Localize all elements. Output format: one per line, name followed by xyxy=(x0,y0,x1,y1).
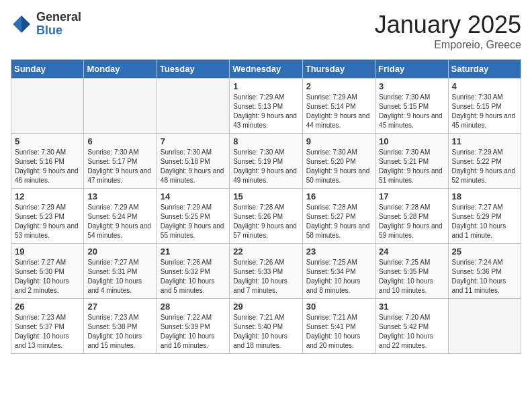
day-cell: 27 Sunrise: 7:23 AMSunset: 5:38 PMDaylig… xyxy=(84,299,157,354)
day-info: Sunrise: 7:27 AMSunset: 5:30 PMDaylight:… xyxy=(15,259,69,294)
day-info: Sunrise: 7:21 AMSunset: 5:40 PMDaylight:… xyxy=(233,314,287,349)
day-number: 4 xyxy=(452,81,517,91)
day-info: Sunrise: 7:29 AMSunset: 5:24 PMDaylight:… xyxy=(87,203,151,239)
day-cell: 29 Sunrise: 7:21 AMSunset: 5:40 PMDaylig… xyxy=(230,299,302,354)
day-number: 14 xyxy=(161,191,226,201)
day-number: 7 xyxy=(161,136,226,146)
day-info: Sunrise: 7:30 AMSunset: 5:16 PMDaylight:… xyxy=(15,148,79,184)
day-number: 16 xyxy=(306,191,371,201)
day-cell: 14 Sunrise: 7:29 AMSunset: 5:25 PMDaylig… xyxy=(157,189,229,244)
col-tuesday: Tuesday xyxy=(157,60,229,79)
day-number: 30 xyxy=(306,302,371,312)
day-info: Sunrise: 7:30 AMSunset: 5:18 PMDaylight:… xyxy=(161,148,224,184)
day-info: Sunrise: 7:29 AMSunset: 5:22 PMDaylight:… xyxy=(452,148,516,184)
day-cell: 3 Sunrise: 7:30 AMSunset: 5:15 PMDayligh… xyxy=(375,79,448,134)
day-number: 24 xyxy=(379,246,444,257)
logo-blue-text: Blue xyxy=(36,24,62,37)
day-number: 25 xyxy=(452,246,517,257)
week-row-5: 26 Sunrise: 7:23 AMSunset: 5:37 PMDaylig… xyxy=(11,299,521,354)
day-info: Sunrise: 7:30 AMSunset: 5:21 PMDaylight:… xyxy=(379,148,443,184)
day-cell xyxy=(11,79,84,134)
day-cell: 10 Sunrise: 7:30 AMSunset: 5:21 PMDaylig… xyxy=(375,134,448,189)
col-wednesday: Wednesday xyxy=(230,60,302,79)
calendar-subtitle: Emporeio, Greece xyxy=(375,39,521,51)
day-cell: 23 Sunrise: 7:25 AMSunset: 5:34 PMDaylig… xyxy=(302,244,375,299)
day-number: 21 xyxy=(161,246,226,257)
day-info: Sunrise: 7:25 AMSunset: 5:35 PMDaylight:… xyxy=(379,259,433,294)
col-friday: Friday xyxy=(375,60,448,79)
day-number: 31 xyxy=(379,302,444,312)
day-cell xyxy=(157,79,229,134)
day-number: 11 xyxy=(452,136,517,146)
day-cell: 20 Sunrise: 7:27 AMSunset: 5:31 PMDaylig… xyxy=(84,244,157,299)
day-cell xyxy=(448,299,521,354)
day-info: Sunrise: 7:27 AMSunset: 5:29 PMDaylight:… xyxy=(452,203,506,239)
day-info: Sunrise: 7:30 AMSunset: 5:15 PMDaylight:… xyxy=(379,93,443,129)
calendar-title: January 2025 xyxy=(375,11,521,39)
day-number: 20 xyxy=(87,246,152,257)
week-row-1: 1 Sunrise: 7:29 AMSunset: 5:13 PMDayligh… xyxy=(11,79,521,134)
col-monday: Monday xyxy=(84,60,157,79)
day-number: 19 xyxy=(15,246,80,257)
day-info: Sunrise: 7:22 AMSunset: 5:39 PMDaylight:… xyxy=(161,314,215,349)
col-saturday: Saturday xyxy=(448,60,521,79)
day-number: 17 xyxy=(379,191,444,201)
day-info: Sunrise: 7:27 AMSunset: 5:31 PMDaylight:… xyxy=(87,259,142,294)
day-info: Sunrise: 7:30 AMSunset: 5:20 PMDaylight:… xyxy=(306,148,370,184)
day-number: 3 xyxy=(379,81,444,91)
day-cell: 2 Sunrise: 7:29 AMSunset: 5:14 PMDayligh… xyxy=(302,79,375,134)
day-number: 22 xyxy=(233,246,298,257)
col-sunday: Sunday xyxy=(11,60,84,79)
day-number: 6 xyxy=(87,136,152,146)
day-number: 27 xyxy=(87,302,152,312)
day-info: Sunrise: 7:21 AMSunset: 5:41 PMDaylight:… xyxy=(306,314,361,349)
day-info: Sunrise: 7:28 AMSunset: 5:27 PMDaylight:… xyxy=(306,203,370,239)
day-cell: 13 Sunrise: 7:29 AMSunset: 5:24 PMDaylig… xyxy=(84,189,157,244)
week-row-4: 19 Sunrise: 7:27 AMSunset: 5:30 PMDaylig… xyxy=(11,244,521,299)
day-cell: 8 Sunrise: 7:30 AMSunset: 5:19 PMDayligh… xyxy=(230,134,302,189)
day-info: Sunrise: 7:29 AMSunset: 5:23 PMDaylight:… xyxy=(15,203,79,239)
day-info: Sunrise: 7:25 AMSunset: 5:34 PMDaylight:… xyxy=(306,259,361,294)
day-info: Sunrise: 7:26 AMSunset: 5:33 PMDaylight:… xyxy=(233,259,287,294)
week-row-2: 5 Sunrise: 7:30 AMSunset: 5:16 PMDayligh… xyxy=(11,134,521,189)
day-info: Sunrise: 7:26 AMSunset: 5:32 PMDaylight:… xyxy=(161,259,215,294)
day-cell: 5 Sunrise: 7:30 AMSunset: 5:16 PMDayligh… xyxy=(11,134,84,189)
day-cell: 4 Sunrise: 7:30 AMSunset: 5:15 PMDayligh… xyxy=(448,79,521,134)
day-cell: 28 Sunrise: 7:22 AMSunset: 5:39 PMDaylig… xyxy=(157,299,229,354)
day-info: Sunrise: 7:28 AMSunset: 5:26 PMDaylight:… xyxy=(233,203,297,239)
day-number: 18 xyxy=(452,191,517,201)
day-cell: 15 Sunrise: 7:28 AMSunset: 5:26 PMDaylig… xyxy=(230,189,302,244)
title-section: January 2025 Emporeio, Greece xyxy=(375,11,521,51)
day-info: Sunrise: 7:20 AMSunset: 5:42 PMDaylight:… xyxy=(379,314,433,349)
day-cell: 21 Sunrise: 7:26 AMSunset: 5:32 PMDaylig… xyxy=(157,244,229,299)
day-cell: 12 Sunrise: 7:29 AMSunset: 5:23 PMDaylig… xyxy=(11,189,84,244)
day-cell: 7 Sunrise: 7:30 AMSunset: 5:18 PMDayligh… xyxy=(157,134,229,189)
day-cell: 17 Sunrise: 7:28 AMSunset: 5:28 PMDaylig… xyxy=(375,189,448,244)
day-number: 8 xyxy=(233,136,298,146)
day-info: Sunrise: 7:29 AMSunset: 5:25 PMDaylight:… xyxy=(161,203,224,239)
day-cell: 19 Sunrise: 7:27 AMSunset: 5:30 PMDaylig… xyxy=(11,244,84,299)
day-number: 15 xyxy=(233,191,298,201)
day-info: Sunrise: 7:28 AMSunset: 5:28 PMDaylight:… xyxy=(379,203,443,239)
day-info: Sunrise: 7:30 AMSunset: 5:17 PMDaylight:… xyxy=(87,148,151,184)
day-info: Sunrise: 7:23 AMSunset: 5:38 PMDaylight:… xyxy=(87,314,142,349)
day-cell: 26 Sunrise: 7:23 AMSunset: 5:37 PMDaylig… xyxy=(11,299,84,354)
day-info: Sunrise: 7:23 AMSunset: 5:37 PMDaylight:… xyxy=(15,314,69,349)
day-info: Sunrise: 7:24 AMSunset: 5:36 PMDaylight:… xyxy=(452,259,506,294)
day-cell: 1 Sunrise: 7:29 AMSunset: 5:13 PMDayligh… xyxy=(230,79,302,134)
day-cell: 18 Sunrise: 7:27 AMSunset: 5:29 PMDaylig… xyxy=(448,189,521,244)
svg-marker-1 xyxy=(21,15,30,33)
day-number: 10 xyxy=(379,136,444,146)
day-cell: 9 Sunrise: 7:30 AMSunset: 5:20 PMDayligh… xyxy=(302,134,375,189)
day-number: 28 xyxy=(161,302,226,312)
day-cell: 16 Sunrise: 7:28 AMSunset: 5:27 PMDaylig… xyxy=(302,189,375,244)
day-number: 9 xyxy=(306,136,371,146)
day-number: 2 xyxy=(306,81,371,91)
week-row-3: 12 Sunrise: 7:29 AMSunset: 5:23 PMDaylig… xyxy=(11,189,521,244)
day-number: 29 xyxy=(233,302,298,312)
header-row: Sunday Monday Tuesday Wednesday Thursday… xyxy=(11,60,521,79)
page-header: General Blue January 2025 Emporeio, Gree… xyxy=(11,11,521,51)
day-cell: 11 Sunrise: 7:29 AMSunset: 5:22 PMDaylig… xyxy=(448,134,521,189)
day-cell: 6 Sunrise: 7:30 AMSunset: 5:17 PMDayligh… xyxy=(84,134,157,189)
logo: General Blue xyxy=(11,11,81,38)
